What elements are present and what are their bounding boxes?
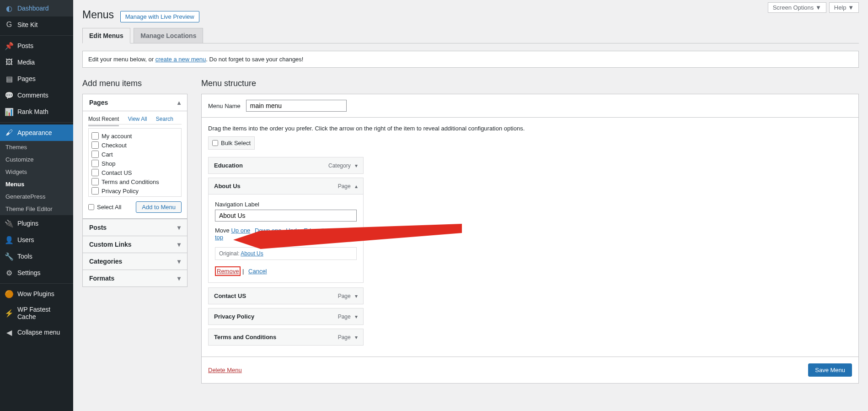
page-item[interactable]: Checkout (91, 141, 178, 150)
select-all-checkbox[interactable] (88, 204, 94, 210)
sidebar-item-plugins[interactable]: 🔌Plugins (0, 215, 73, 232)
page-label: Privacy Policy (102, 188, 139, 195)
menu-item-type: Page ▴ (338, 183, 358, 189)
menu-name-input[interactable] (246, 100, 347, 112)
menu-item[interactable]: Contact USPage ▾ (208, 287, 364, 304)
notice-text-post: . Do not forget to save your changes! (206, 56, 303, 63)
select-all-text: Select All (97, 204, 121, 211)
collapse-icon: ◀ (5, 328, 14, 337)
save-menu-button[interactable]: Save Menu (808, 363, 852, 377)
tab-edit-menus[interactable]: Edit Menus (82, 28, 130, 43)
comments-icon: 💬 (5, 91, 14, 100)
sidebar-item-settings[interactable]: ⚙Settings (0, 265, 73, 281)
remove-link[interactable]: Remove (215, 266, 241, 276)
sidebar-item-label: Rank Math (17, 108, 48, 115)
sidebar-item-site-kit[interactable]: GSite Kit (0, 16, 73, 33)
move-link[interactable]: Under Education (286, 227, 330, 234)
page-item[interactable]: Cart (91, 150, 178, 159)
sidebar-item-collapse-menu[interactable]: ◀Collapse menu (0, 324, 73, 341)
tab-manage-locations[interactable]: Manage Locations (134, 28, 203, 43)
move-text: Move (215, 227, 230, 234)
settings-icon: ⚙ (5, 268, 14, 277)
sidebar-item-tools[interactable]: 🔧Tools (0, 248, 73, 265)
page-title: Menus (82, 5, 114, 23)
submenu-item-widgets[interactable]: Widgets (0, 166, 73, 178)
chevron-icon[interactable]: ▾ (355, 293, 358, 299)
submenu-item-themes[interactable]: Themes (0, 141, 73, 153)
sidebar-item-label: Tools (17, 253, 32, 260)
chevron-icon[interactable]: ▾ (355, 162, 358, 169)
rankmath-icon: 📊 (5, 107, 14, 116)
move-link[interactable]: Up one (231, 227, 250, 234)
page-item[interactable]: My account (91, 131, 178, 141)
page-checkbox[interactable] (91, 169, 99, 176)
live-preview-button[interactable]: Manage with Live Preview (120, 11, 199, 22)
chevron-icon[interactable]: ▾ (355, 334, 358, 341)
page-checkbox[interactable] (91, 178, 99, 185)
menu-item-type: Page ▾ (338, 334, 358, 341)
sidebar-item-label: Pages (17, 75, 36, 82)
page-checkbox[interactable] (91, 141, 99, 149)
tab-view-all[interactable]: View All (128, 116, 147, 122)
sidebar-item-comments[interactable]: 💬Comments (0, 87, 73, 103)
page-item[interactable]: Terms and Conditions (91, 177, 178, 186)
page-item[interactable]: About Us (91, 195, 178, 197)
pages-accordion-header[interactable]: Pages ▴ (83, 94, 187, 111)
page-checkbox[interactable] (91, 187, 99, 195)
add-to-menu-button[interactable]: Add to Menu (136, 201, 182, 213)
menu-panel: Menu Name Drag the items into the order … (201, 94, 859, 384)
dashboard-icon: ◐ (5, 4, 14, 13)
sidebar-item-pages[interactable]: ▤Pages (0, 70, 73, 87)
original-link[interactable]: About Us (241, 250, 263, 257)
chevron-icon[interactable]: ▴ (355, 183, 358, 189)
sidebar-item-wow-plugins[interactable]: 🟠Wow Plugins (0, 286, 73, 302)
submenu-item-generatepress[interactable]: GeneratePress (0, 190, 73, 203)
help-button[interactable]: Help ▼ (829, 2, 859, 13)
categories-accordion-header[interactable]: Categories▾ (83, 253, 187, 270)
page-checkbox[interactable] (91, 196, 99, 197)
select-all-label[interactable]: Select All (88, 204, 121, 211)
submenu-item-menus[interactable]: Menus (0, 178, 73, 190)
menu-item-title: Terms and Conditions (214, 334, 276, 341)
page-label: Contact US (102, 169, 132, 176)
nav-label-input[interactable] (215, 210, 357, 222)
page-checkbox[interactable] (91, 160, 99, 167)
main-content: Screen Options ▼ Help ▼ Menus Manage wit… (73, 0, 868, 411)
page-item[interactable]: Privacy Policy (91, 186, 178, 195)
posts-accordion-header[interactable]: Posts▾ (83, 219, 187, 236)
sidebar-item-media[interactable]: 🖾Media (0, 54, 73, 70)
menu-item[interactable]: EducationCategory ▾ (208, 157, 364, 174)
sidebar-item-rank-math[interactable]: 📊Rank Math (0, 103, 73, 120)
sidebar-item-appearance[interactable]: 🖌Appearance (0, 124, 73, 141)
page-label: Checkout (102, 142, 127, 149)
formats-accordion-header[interactable]: Formats▾ (83, 270, 187, 287)
bulk-select-checkbox[interactable] (212, 140, 218, 146)
submenu-item-theme-file-editor[interactable]: Theme File Editor (0, 203, 73, 215)
submenu-item-customize[interactable]: Customize (0, 153, 73, 166)
sidebar-item-dashboard[interactable]: ◐Dashboard (0, 0, 73, 16)
move-link[interactable]: Down one (255, 227, 282, 234)
cancel-link[interactable]: Cancel (248, 268, 267, 275)
menu-item[interactable]: About UsPage ▴ (208, 178, 364, 195)
chevron-icon[interactable]: ▾ (355, 314, 358, 320)
nav-tabs: Edit Menus Manage Locations (82, 27, 859, 43)
menu-item[interactable]: Privacy PolicyPage ▾ (208, 308, 364, 325)
tab-search[interactable]: Search (156, 116, 173, 122)
create-new-menu-link[interactable]: create a new menu (155, 56, 206, 63)
page-checkbox[interactable] (91, 132, 99, 140)
screen-options-button[interactable]: Screen Options ▼ (768, 2, 826, 13)
delete-menu-link[interactable]: Delete Menu (208, 367, 242, 373)
sidebar-item-wp-fastest-cache[interactable]: ⚡WP Fastest Cache (0, 302, 73, 324)
custom-links-accordion-header[interactable]: Custom Links▾ (83, 236, 187, 253)
pages-list[interactable]: My accountCheckoutCartShopContact USTerm… (88, 128, 182, 197)
sidebar-item-label: WP Fastest Cache (17, 306, 69, 320)
page-checkbox[interactable] (91, 151, 99, 158)
page-item[interactable]: Contact US (91, 168, 178, 177)
tab-most-recent[interactable]: Most Recent (88, 116, 119, 126)
menu-item[interactable]: Terms and ConditionsPage ▾ (208, 329, 364, 346)
sidebar-item-label: Collapse menu (17, 329, 60, 336)
page-item[interactable]: Shop (91, 159, 178, 168)
sidebar-item-users[interactable]: 👤Users (0, 232, 73, 248)
edit-notice: Edit your menu below, or create a new me… (82, 51, 859, 68)
sidebar-item-posts[interactable]: 📌Posts (0, 38, 73, 54)
